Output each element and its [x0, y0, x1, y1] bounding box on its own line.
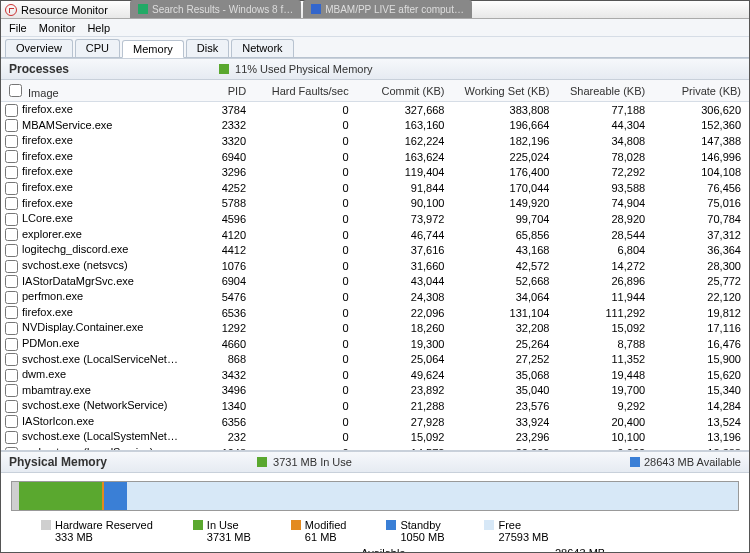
table-row[interactable]: LCore.exe4596073,97299,70428,92070,784 — [1, 211, 749, 227]
table-row[interactable]: perfmon.exe5476024,30834,06411,94422,120 — [1, 289, 749, 305]
tab-overview[interactable]: Overview — [5, 39, 73, 57]
table-row[interactable]: explorer.exe4120046,74465,85628,54437,31… — [1, 227, 749, 243]
physical-memory-header[interactable]: Physical Memory 3731 MB In Use 28643 MB … — [1, 451, 749, 473]
table-row[interactable]: firefox.exe6536022,096131,104111,29219,8… — [1, 305, 749, 321]
legend-item: Free27593 MB — [484, 519, 548, 543]
col-header[interactable]: Commit (KB) — [357, 80, 453, 102]
row-checkbox[interactable] — [5, 322, 18, 335]
tab-cpu[interactable]: CPU — [75, 39, 120, 57]
cell: 34,808 — [557, 133, 653, 149]
row-checkbox[interactable] — [5, 384, 18, 397]
row-checkbox[interactable] — [5, 275, 18, 288]
table-row[interactable]: firefox.exe69400163,624225,02478,028146,… — [1, 149, 749, 165]
tab-memory[interactable]: Memory — [122, 40, 184, 58]
cell: 0 — [254, 149, 357, 165]
cell: 91,844 — [357, 180, 453, 196]
menu-file[interactable]: File — [9, 22, 27, 34]
col-header[interactable]: PID — [195, 80, 254, 102]
menu-help[interactable]: Help — [87, 22, 110, 34]
cell: 119,404 — [357, 164, 453, 180]
cell: 27,928 — [357, 414, 453, 430]
row-checkbox[interactable] — [5, 150, 18, 163]
row-checkbox[interactable] — [5, 104, 18, 117]
row-checkbox[interactable] — [5, 431, 18, 444]
cell: 35,068 — [452, 367, 557, 383]
row-checkbox[interactable] — [5, 400, 18, 413]
cell: 24,308 — [357, 289, 453, 305]
row-checkbox[interactable] — [5, 291, 18, 304]
cell: 3296 — [195, 164, 254, 180]
col-header[interactable]: Private (KB) — [653, 80, 749, 102]
row-checkbox[interactable] — [5, 135, 18, 148]
row-checkbox[interactable] — [5, 197, 18, 210]
cell-image: firefox.exe — [1, 180, 195, 196]
table-row[interactable]: svchost.exe (LocalSystemNet…232015,09223… — [1, 429, 749, 445]
table-row[interactable]: svchost.exe (netsvcs)1076031,66042,57214… — [1, 258, 749, 274]
memory-legend: Hardware Reserved333 MBIn Use3731 MBModi… — [1, 519, 749, 543]
cell: 22,120 — [653, 289, 749, 305]
table-row[interactable]: svchost.exe (NetworkService)1340021,2882… — [1, 398, 749, 414]
cell: 73,972 — [357, 211, 453, 227]
row-checkbox[interactable] — [5, 119, 18, 132]
table-row[interactable]: IAStorDataMgrSvc.exe6904043,04452,66826,… — [1, 274, 749, 290]
cell-image: firefox.exe — [1, 102, 195, 118]
cell: 11,944 — [557, 289, 653, 305]
legend-item: Hardware Reserved333 MB — [41, 519, 153, 543]
row-checkbox[interactable] — [5, 166, 18, 179]
table-row[interactable]: firefox.exe5788090,100149,92074,90475,01… — [1, 196, 749, 212]
table-row[interactable]: MBAMService.exe23320163,160196,66444,304… — [1, 118, 749, 134]
table-row[interactable]: logitechg_discord.exe4412037,61643,1686,… — [1, 242, 749, 258]
cell: 6536 — [195, 305, 254, 321]
table-row[interactable]: IAStorIcon.exe6356027,92833,92420,40013,… — [1, 414, 749, 430]
tab-network[interactable]: Network — [231, 39, 293, 57]
cell: 0 — [254, 289, 357, 305]
row-checkbox[interactable] — [5, 415, 18, 428]
physmem-title: Physical Memory — [9, 455, 107, 469]
table-row[interactable]: firefox.exe33200162,224182,19634,808147,… — [1, 133, 749, 149]
processes-info: 11% Used Physical Memory — [235, 63, 373, 75]
cell: 23,576 — [452, 398, 557, 414]
row-checkbox[interactable] — [5, 228, 18, 241]
row-checkbox[interactable] — [5, 338, 18, 351]
row-checkbox[interactable] — [5, 213, 18, 226]
table-row[interactable]: svchost.exe (LocalServiceNet…868025,0642… — [1, 352, 749, 368]
table-row[interactable]: dwm.exe3432049,62435,06819,44815,620 — [1, 367, 749, 383]
cell: 15,340 — [653, 383, 749, 399]
row-checkbox[interactable] — [5, 306, 18, 319]
table-row[interactable]: firefox.exe32960119,404176,40072,292104,… — [1, 164, 749, 180]
cell: 32,208 — [452, 320, 557, 336]
mem-segment — [104, 482, 127, 510]
cell: 4252 — [195, 180, 254, 196]
processes-header[interactable]: Processes 11% Used Physical Memory — [1, 58, 749, 80]
cell: 163,160 — [357, 118, 453, 134]
cell: 0 — [254, 398, 357, 414]
table-row[interactable]: NVDisplay.Container.exe1292018,26032,208… — [1, 320, 749, 336]
mem-segment — [12, 482, 19, 510]
tab-disk[interactable]: Disk — [186, 39, 229, 57]
menu-monitor[interactable]: Monitor — [39, 22, 76, 34]
select-all-checkbox[interactable] — [9, 84, 22, 97]
col-header[interactable]: Working Set (KB) — [452, 80, 557, 102]
row-checkbox[interactable] — [5, 353, 18, 366]
cell: 111,292 — [557, 305, 653, 321]
cell: 0 — [254, 320, 357, 336]
processes-table-wrap[interactable]: ImagePIDHard Faults/secCommit (KB)Workin… — [1, 80, 749, 451]
cell: 43,044 — [357, 274, 453, 290]
row-checkbox[interactable] — [5, 244, 18, 257]
main-tabs: Overview CPU Memory Disk Network — [1, 37, 749, 58]
table-row[interactable]: mbamtray.exe3496023,89235,04019,70015,34… — [1, 383, 749, 399]
cell: 0 — [254, 180, 357, 196]
col-header[interactable]: Image — [1, 80, 195, 102]
cell: 37,616 — [357, 242, 453, 258]
processes-table: ImagePIDHard Faults/secCommit (KB)Workin… — [1, 80, 749, 451]
table-row[interactable]: firefox.exe37840327,668383,80877,188306,… — [1, 102, 749, 118]
row-checkbox[interactable] — [5, 260, 18, 273]
col-header[interactable]: Hard Faults/sec — [254, 80, 357, 102]
cell: 5476 — [195, 289, 254, 305]
row-checkbox[interactable] — [5, 369, 18, 382]
table-row[interactable]: PDMon.exe4660019,30025,2648,78816,476 — [1, 336, 749, 352]
col-header[interactable]: Shareable (KB) — [557, 80, 653, 102]
cell: 35,040 — [452, 383, 557, 399]
row-checkbox[interactable] — [5, 182, 18, 195]
table-row[interactable]: firefox.exe4252091,844170,04493,58876,45… — [1, 180, 749, 196]
